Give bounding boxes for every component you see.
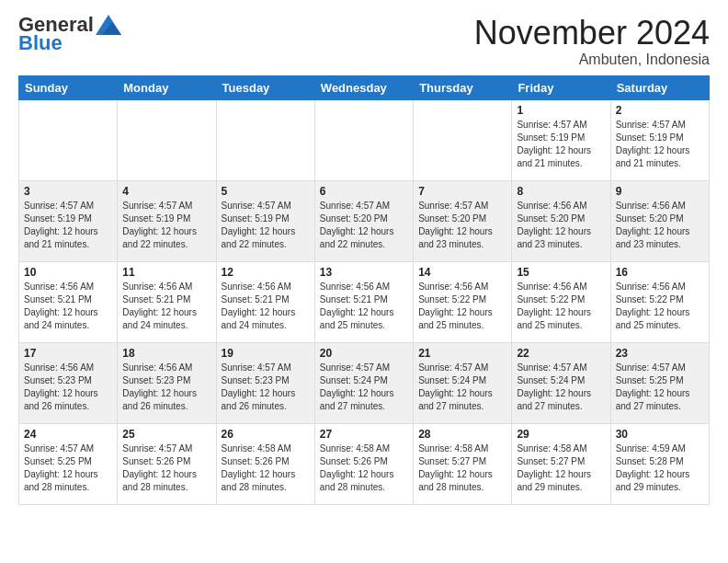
logo-icon — [96, 15, 121, 35]
day-info: Sunrise: 4:57 AM Sunset: 5:24 PM Dayligh… — [418, 362, 506, 413]
day-info: Sunrise: 4:57 AM Sunset: 5:20 PM Dayligh… — [418, 200, 506, 251]
calendar-cell: 12Sunrise: 4:56 AM Sunset: 5:21 PM Dayli… — [216, 261, 314, 342]
calendar-cell: 1Sunrise: 4:57 AM Sunset: 5:19 PM Daylig… — [512, 99, 610, 180]
calendar-cell: 10Sunrise: 4:56 AM Sunset: 5:21 PM Dayli… — [19, 261, 118, 342]
calendar-cell: 21Sunrise: 4:57 AM Sunset: 5:24 PM Dayli… — [414, 342, 512, 423]
calendar-header-tuesday: Tuesday — [216, 75, 314, 99]
day-number: 8 — [517, 185, 605, 198]
calendar-cell: 11Sunrise: 4:56 AM Sunset: 5:21 PM Dayli… — [118, 261, 216, 342]
logo: General Blue — [18, 15, 121, 55]
day-info: Sunrise: 4:57 AM Sunset: 5:25 PM Dayligh… — [24, 442, 112, 494]
calendar-header-saturday: Saturday — [610, 75, 709, 99]
calendar-header-wednesday: Wednesday — [314, 75, 413, 99]
calendar-week-row: 3Sunrise: 4:57 AM Sunset: 5:19 PM Daylig… — [19, 180, 710, 261]
calendar-cell: 2Sunrise: 4:57 AM Sunset: 5:19 PM Daylig… — [610, 99, 709, 180]
calendar-cell: 18Sunrise: 4:56 AM Sunset: 5:23 PM Dayli… — [118, 342, 216, 423]
day-number: 21 — [418, 347, 506, 360]
calendar-header-sunday: Sunday — [19, 75, 118, 99]
page: General Blue November 2024 Ambuten, Indo… — [0, 0, 728, 520]
day-info: Sunrise: 4:56 AM Sunset: 5:21 PM Dayligh… — [24, 281, 112, 332]
calendar-week-row: 24Sunrise: 4:57 AM Sunset: 5:25 PM Dayli… — [19, 423, 710, 504]
calendar-cell: 8Sunrise: 4:56 AM Sunset: 5:20 PM Daylig… — [512, 180, 610, 261]
day-number: 4 — [122, 185, 210, 198]
day-info: Sunrise: 4:57 AM Sunset: 5:19 PM Dayligh… — [122, 200, 210, 251]
day-number: 12 — [222, 266, 310, 279]
day-info: Sunrise: 4:58 AM Sunset: 5:26 PM Dayligh… — [320, 442, 408, 494]
day-info: Sunrise: 4:57 AM Sunset: 5:19 PM Dayligh… — [517, 119, 605, 170]
day-number: 3 — [24, 185, 112, 198]
calendar-header-row: SundayMondayTuesdayWednesdayThursdayFrid… — [19, 75, 710, 99]
day-info: Sunrise: 4:56 AM Sunset: 5:22 PM Dayligh… — [517, 281, 605, 332]
day-info: Sunrise: 4:57 AM Sunset: 5:20 PM Dayligh… — [320, 200, 408, 251]
day-info: Sunrise: 4:57 AM Sunset: 5:19 PM Dayligh… — [24, 200, 112, 251]
day-info: Sunrise: 4:56 AM Sunset: 5:22 PM Dayligh… — [616, 281, 704, 332]
day-number: 19 — [222, 347, 310, 360]
calendar-cell: 25Sunrise: 4:57 AM Sunset: 5:26 PM Dayli… — [118, 423, 216, 504]
day-info: Sunrise: 4:56 AM Sunset: 5:20 PM Dayligh… — [616, 200, 704, 251]
calendar-cell: 28Sunrise: 4:58 AM Sunset: 5:27 PM Dayli… — [414, 423, 512, 504]
logo-blue-text: Blue — [18, 31, 63, 55]
calendar-cell: 16Sunrise: 4:56 AM Sunset: 5:22 PM Dayli… — [610, 261, 709, 342]
calendar-cell: 5Sunrise: 4:57 AM Sunset: 5:19 PM Daylig… — [216, 180, 314, 261]
calendar-cell: 13Sunrise: 4:56 AM Sunset: 5:21 PM Dayli… — [314, 261, 413, 342]
calendar-cell: 19Sunrise: 4:57 AM Sunset: 5:23 PM Dayli… — [216, 342, 314, 423]
calendar-cell: 4Sunrise: 4:57 AM Sunset: 5:19 PM Daylig… — [118, 180, 216, 261]
calendar-cell — [414, 99, 512, 180]
location: Ambuten, Indonesia — [474, 52, 710, 68]
day-info: Sunrise: 4:56 AM Sunset: 5:21 PM Dayligh… — [222, 281, 310, 332]
day-info: Sunrise: 4:56 AM Sunset: 5:20 PM Dayligh… — [517, 200, 605, 251]
title-block: November 2024 Ambuten, Indonesia — [474, 15, 710, 68]
day-number: 29 — [517, 428, 605, 441]
day-info: Sunrise: 4:57 AM Sunset: 5:19 PM Dayligh… — [222, 200, 310, 251]
month-title: November 2024 — [474, 15, 710, 52]
calendar-table: SundayMondayTuesdayWednesdayThursdayFrid… — [18, 75, 710, 505]
calendar-cell: 30Sunrise: 4:59 AM Sunset: 5:28 PM Dayli… — [610, 423, 709, 504]
calendar-cell — [314, 99, 413, 180]
calendar-cell: 3Sunrise: 4:57 AM Sunset: 5:19 PM Daylig… — [19, 180, 118, 261]
day-number: 13 — [320, 266, 408, 279]
calendar-cell — [19, 99, 118, 180]
day-info: Sunrise: 4:57 AM Sunset: 5:26 PM Dayligh… — [122, 442, 210, 494]
calendar-cell: 14Sunrise: 4:56 AM Sunset: 5:22 PM Dayli… — [414, 261, 512, 342]
day-info: Sunrise: 4:58 AM Sunset: 5:27 PM Dayligh… — [418, 442, 506, 494]
day-number: 23 — [616, 347, 704, 360]
header: General Blue November 2024 Ambuten, Indo… — [18, 15, 710, 68]
day-number: 11 — [122, 266, 210, 279]
day-number: 18 — [122, 347, 210, 360]
calendar-cell — [118, 99, 216, 180]
calendar-week-row: 17Sunrise: 4:56 AM Sunset: 5:23 PM Dayli… — [19, 342, 710, 423]
day-info: Sunrise: 4:57 AM Sunset: 5:25 PM Dayligh… — [616, 362, 704, 413]
calendar-cell: 17Sunrise: 4:56 AM Sunset: 5:23 PM Dayli… — [19, 342, 118, 423]
calendar-header-thursday: Thursday — [414, 75, 512, 99]
calendar-cell: 23Sunrise: 4:57 AM Sunset: 5:25 PM Dayli… — [610, 342, 709, 423]
day-info: Sunrise: 4:59 AM Sunset: 5:28 PM Dayligh… — [616, 442, 704, 494]
day-number: 15 — [517, 266, 605, 279]
day-number: 27 — [320, 428, 408, 441]
calendar-cell: 7Sunrise: 4:57 AM Sunset: 5:20 PM Daylig… — [414, 180, 512, 261]
day-number: 10 — [24, 266, 112, 279]
calendar-header-friday: Friday — [512, 75, 610, 99]
day-info: Sunrise: 4:57 AM Sunset: 5:24 PM Dayligh… — [517, 362, 605, 413]
day-number: 6 — [320, 185, 408, 198]
calendar-header-monday: Monday — [118, 75, 216, 99]
calendar-cell: 9Sunrise: 4:56 AM Sunset: 5:20 PM Daylig… — [610, 180, 709, 261]
day-info: Sunrise: 4:56 AM Sunset: 5:22 PM Dayligh… — [418, 281, 506, 332]
day-number: 16 — [616, 266, 704, 279]
day-info: Sunrise: 4:56 AM Sunset: 5:23 PM Dayligh… — [122, 362, 210, 413]
day-info: Sunrise: 4:57 AM Sunset: 5:23 PM Dayligh… — [222, 362, 310, 413]
day-number: 25 — [122, 428, 210, 441]
day-number: 26 — [222, 428, 310, 441]
calendar-cell: 24Sunrise: 4:57 AM Sunset: 5:25 PM Dayli… — [19, 423, 118, 504]
day-number: 2 — [616, 104, 704, 117]
day-number: 5 — [222, 185, 310, 198]
day-number: 30 — [616, 428, 704, 441]
calendar-cell: 22Sunrise: 4:57 AM Sunset: 5:24 PM Dayli… — [512, 342, 610, 423]
day-info: Sunrise: 4:57 AM Sunset: 5:24 PM Dayligh… — [320, 362, 408, 413]
day-info: Sunrise: 4:58 AM Sunset: 5:26 PM Dayligh… — [222, 442, 310, 494]
calendar-week-row: 10Sunrise: 4:56 AM Sunset: 5:21 PM Dayli… — [19, 261, 710, 342]
day-number: 24 — [24, 428, 112, 441]
calendar-week-row: 1Sunrise: 4:57 AM Sunset: 5:19 PM Daylig… — [19, 99, 710, 180]
calendar-cell: 20Sunrise: 4:57 AM Sunset: 5:24 PM Dayli… — [314, 342, 413, 423]
day-number: 28 — [418, 428, 506, 441]
day-number: 9 — [616, 185, 704, 198]
